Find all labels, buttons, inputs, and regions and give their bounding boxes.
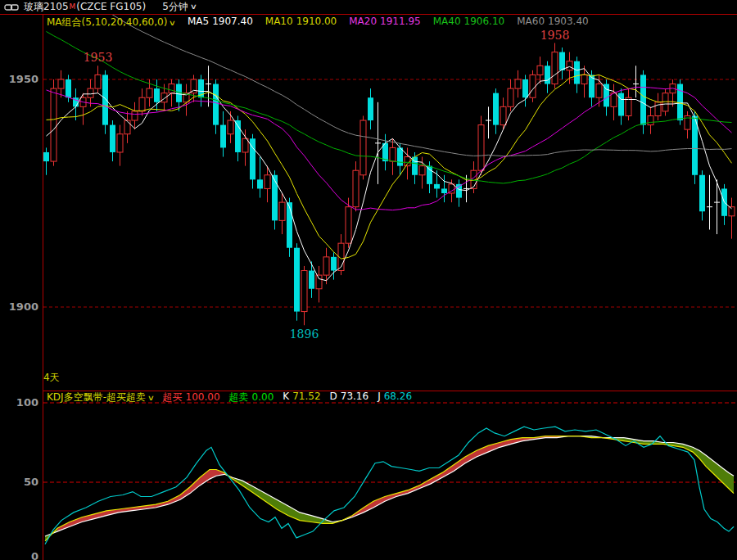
kdj-axis-tick-50: 50	[0, 476, 38, 488]
j-readout: J68.26	[378, 391, 412, 404]
chevron-down-icon: ∨	[147, 394, 155, 402]
overbought-readout: 超买100.00	[163, 391, 220, 404]
trading-app-window: 玻璃2105M(CZCE FG105) 5分钟 ∨ MA组合(5,10,20,4…	[0, 0, 737, 560]
chevron-down-icon: ∨	[169, 19, 176, 27]
d-readout: D73.16	[330, 391, 369, 404]
price-axis-tick-1900: 1900	[0, 300, 38, 313]
kdj-indicator-bar: KDJ多空飘带-超买超卖∨ 超买100.00 超卖0.00 K71.52 D73…	[47, 391, 412, 404]
oversold-readout: 超卖0.00	[229, 391, 274, 404]
ma10-readout: MA101910.00	[265, 16, 337, 29]
ma60-readout: MA601903.40	[517, 16, 588, 29]
ma40-readout: MA401906.10	[433, 16, 504, 29]
chart-canvas[interactable]	[0, 0, 737, 560]
visible-range-label: 4天	[43, 371, 60, 385]
kdj-axis-tick-0: 0	[0, 550, 38, 560]
ma5-readout: MA51907.40	[188, 16, 253, 29]
ma20-readout: MA201911.95	[349, 16, 420, 29]
ma-indicator-bar: MA组合(5,10,20,40,60,0)∨ MA51907.40 MA1019…	[47, 16, 589, 29]
kdj-axis-tick-100: 100	[0, 396, 38, 409]
k-readout: K71.52	[283, 391, 320, 404]
price-axis-tick-1950: 1950	[0, 73, 38, 85]
ma-indicator-selector[interactable]: MA组合(5,10,20,40,60,0)∨	[47, 16, 175, 29]
kdj-indicator-selector[interactable]: KDJ多空飘带-超买超卖∨	[47, 391, 154, 404]
